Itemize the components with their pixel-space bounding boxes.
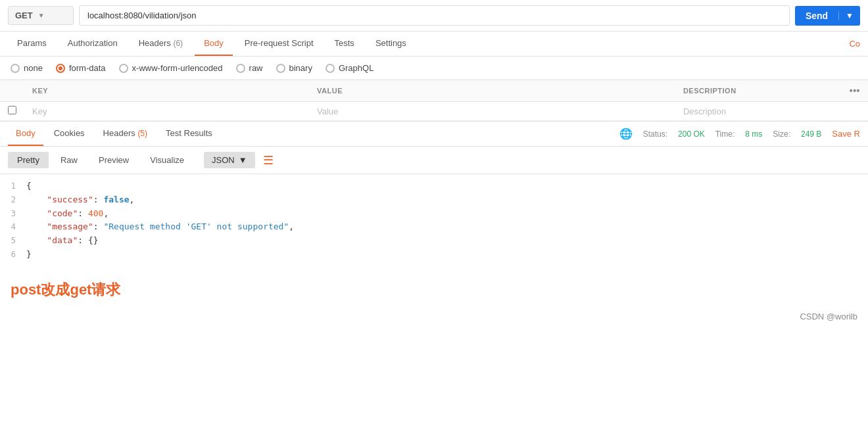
- option-x-www[interactable]: x-www-form-urlencoded: [119, 63, 223, 73]
- status-bar: 🌐 Status: 200 OK Time: 8 ms Size: 249 B …: [619, 128, 860, 140]
- option-raw[interactable]: raw: [236, 63, 263, 73]
- radio-none: [11, 64, 20, 73]
- response-tabs: Body Cookies Headers (5) Test Results 🌐 …: [0, 122, 868, 147]
- annotation-text: post改成get请求: [0, 267, 868, 306]
- send-label: Send: [795, 11, 838, 21]
- code-line-5: 5 "data": {}: [0, 234, 868, 248]
- code-area: 1 { 2 "success": false, 3 "code": 400, 4…: [0, 174, 868, 267]
- code-line-2: 2 "success": false,: [0, 193, 868, 207]
- checkbox-col-header: [0, 80, 24, 102]
- radio-x-www: [119, 64, 128, 73]
- key-placeholder: Key: [32, 106, 47, 116]
- tab-pre-request[interactable]: Pre-request Script: [235, 32, 323, 56]
- radio-graphql: [326, 64, 335, 73]
- code-line-6: 6 }: [0, 248, 868, 262]
- request-tabs: Params Authorization Headers (6) Body Pr…: [0, 32, 868, 57]
- size-label-text: Size:: [773, 129, 790, 139]
- response-section: Body Cookies Headers (5) Test Results 🌐 …: [0, 122, 868, 327]
- form-data-table: KEY VALUE DESCRIPTION ••• Key Value: [0, 80, 868, 121]
- fmt-preview[interactable]: Preview: [89, 152, 138, 168]
- format-bar: Pretty Raw Preview Visualize JSON ▼ ☰: [0, 147, 868, 174]
- row-checkbox[interactable]: [0, 102, 24, 121]
- fmt-visualize[interactable]: Visualize: [141, 152, 193, 168]
- resp-headers-badge: (5): [137, 129, 147, 138]
- resp-tab-test-results[interactable]: Test Results: [158, 122, 220, 146]
- time-value: 8 ms: [745, 129, 762, 139]
- option-binary[interactable]: binary: [276, 63, 312, 73]
- resp-tab-cookies[interactable]: Cookies: [46, 122, 93, 146]
- body-options: none form-data x-www-form-urlencoded raw…: [0, 57, 868, 80]
- watermark: CSDN @worilb: [0, 306, 868, 327]
- tab-body[interactable]: Body: [195, 32, 233, 56]
- desc-placeholder: Description: [683, 106, 726, 116]
- status-value: 200 OK: [678, 129, 705, 139]
- option-form-data[interactable]: form-data: [56, 63, 106, 73]
- radio-form-data: [56, 64, 65, 73]
- chevron-down-icon: ▼: [38, 12, 45, 19]
- tab-tests[interactable]: Tests: [326, 32, 364, 56]
- more-options-icon[interactable]: •••: [850, 85, 860, 96]
- tab-authorization[interactable]: Authorization: [59, 32, 127, 56]
- row-checkbox-input[interactable]: [8, 106, 16, 114]
- headers-badge: (6): [173, 39, 183, 48]
- value-col-header: VALUE: [309, 80, 675, 102]
- url-input[interactable]: [79, 5, 790, 26]
- option-none[interactable]: none: [11, 63, 43, 73]
- status-label-text: Status:: [643, 129, 667, 139]
- tab-headers[interactable]: Headers (6): [130, 32, 192, 56]
- value-placeholder: Value: [317, 106, 338, 116]
- method-select[interactable]: GET ▼: [8, 6, 74, 25]
- radio-binary: [276, 64, 285, 73]
- option-graphql[interactable]: GraphQL: [326, 63, 374, 73]
- desc-col-header: DESCRIPTION: [675, 80, 842, 102]
- fmt-raw[interactable]: Raw: [51, 152, 87, 168]
- code-line-1: 1 {: [0, 179, 868, 193]
- tab-settings[interactable]: Settings: [366, 32, 416, 56]
- wrap-icon[interactable]: ☰: [263, 153, 274, 168]
- json-format-select[interactable]: JSON ▼: [204, 152, 255, 168]
- resp-tab-headers[interactable]: Headers (5): [95, 122, 155, 146]
- code-line-4: 4 "message": "Request method 'GET' not s…: [0, 220, 868, 234]
- save-response-button[interactable]: Save R: [832, 129, 860, 139]
- time-label-text: Time:: [715, 129, 735, 139]
- form-data-table-wrapper: KEY VALUE DESCRIPTION ••• Key Value: [0, 80, 868, 122]
- send-arrow-icon: ▼: [838, 11, 860, 20]
- resp-tab-body[interactable]: Body: [8, 122, 43, 146]
- send-button[interactable]: Send ▼: [795, 6, 860, 26]
- top-bar: GET ▼ Send ▼: [0, 0, 868, 32]
- key-col-header: KEY: [24, 80, 309, 102]
- fmt-pretty[interactable]: Pretty: [8, 152, 49, 168]
- size-value: 249 B: [801, 129, 821, 139]
- tab-right-co: Co: [849, 32, 860, 55]
- globe-icon[interactable]: 🌐: [619, 128, 633, 140]
- table-row: Key Value Description: [0, 102, 868, 121]
- method-text: GET: [15, 11, 33, 20]
- tab-params[interactable]: Params: [8, 32, 56, 56]
- code-line-3: 3 "code": 400,: [0, 207, 868, 221]
- radio-raw: [236, 64, 245, 73]
